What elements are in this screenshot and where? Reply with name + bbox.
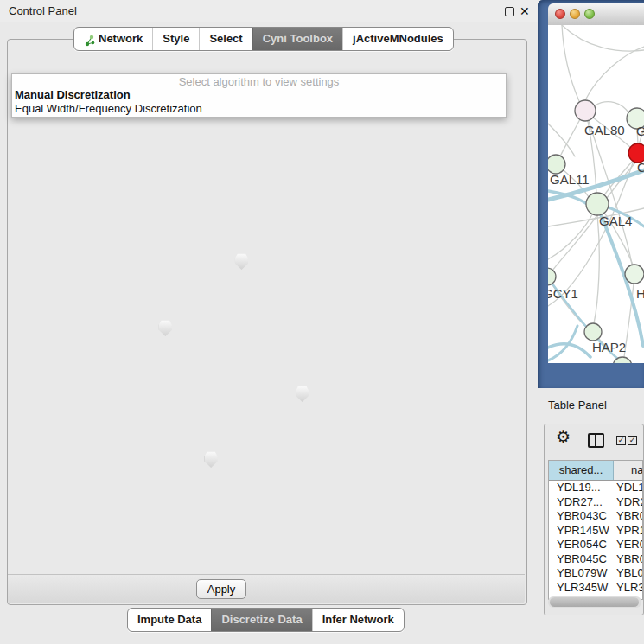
network-node-label: GAL80 xyxy=(584,123,625,137)
network-canvas[interactable]: GAL80GACGAL11GAL4GCY1HHAP2 xyxy=(548,25,644,363)
table-row[interactable]: YER054CYER0 xyxy=(549,538,642,552)
network-node-label: C xyxy=(637,160,644,175)
column-header[interactable]: shared... xyxy=(549,461,614,480)
network-node-label: HAP2 xyxy=(592,340,626,354)
table-hscrollbar-thumb[interactable] xyxy=(550,597,639,607)
network-node-gcy1[interactable] xyxy=(548,268,556,285)
network-edge xyxy=(594,215,599,323)
table-cell: YLR3 xyxy=(613,581,642,596)
table-cell: YLR345W xyxy=(549,581,613,596)
network-node-label: GAL11 xyxy=(550,172,590,187)
network-edge xyxy=(585,47,644,100)
close-icon[interactable]: ✕ xyxy=(520,3,530,20)
gear-icon[interactable]: ⚙ xyxy=(556,427,571,447)
network-icon xyxy=(84,33,95,45)
network-node-label: GCY1 xyxy=(548,286,578,301)
dropdown-option-equal-width-frequency[interactable]: Equal Width/Frequency Discretization xyxy=(12,102,506,116)
zoom-traffic-light-icon[interactable] xyxy=(584,9,595,19)
checkbox-icon[interactable]: ✓ xyxy=(628,436,637,445)
network-edge xyxy=(562,25,644,51)
table-cell: YPR1 xyxy=(613,524,642,539)
apply-button[interactable]: Apply xyxy=(196,579,246,599)
table-panel-body: ⚙ ✓ ✓ shared...naYDL19...YDL1YDR27...YDR… xyxy=(544,424,644,615)
float-panel-icon[interactable] xyxy=(505,7,514,16)
table-row[interactable]: YDL19...YDL1 xyxy=(549,481,642,495)
table-panel-title: Table Panel xyxy=(548,399,607,411)
minimize-traffic-light-icon[interactable] xyxy=(570,9,580,19)
column-header[interactable]: na xyxy=(614,461,642,480)
table-cell: YDL19... xyxy=(549,481,613,495)
node-table: shared...naYDL19...YDL1YDR27...YDR2YBR04… xyxy=(548,460,643,600)
top-tab-bar: NetworkStyleSelectCyni ToolboxjActiveMNo… xyxy=(73,27,454,51)
tab-select[interactable]: Select xyxy=(199,28,252,50)
tab-impute-data[interactable]: Impute Data xyxy=(128,609,211,631)
control-panel-titlebar: Control Panel ✕ xyxy=(0,0,538,22)
table-row[interactable]: YLR345WYLR3 xyxy=(549,581,642,596)
close-traffic-light-icon[interactable] xyxy=(555,9,565,19)
dropdown-hint: Select algorithm to view settings xyxy=(12,74,506,88)
tab-discretize-data[interactable]: Discretize Data xyxy=(211,609,311,631)
network-window-titlebar[interactable] xyxy=(548,3,644,26)
table-cell: YBL0 xyxy=(613,566,642,581)
table-hscrollbar-track[interactable] xyxy=(548,596,641,608)
network-node-label: GAL4 xyxy=(599,214,632,228)
network-node-h[interactable] xyxy=(625,265,644,284)
table-row[interactable]: YPR145WYPR1 xyxy=(549,524,642,539)
table-cell: YBR045C xyxy=(549,552,613,567)
table-cell: YBL079W xyxy=(549,566,613,581)
network-node-gal80[interactable] xyxy=(575,100,596,121)
table-cell: YBR043C xyxy=(549,509,613,524)
table-row[interactable]: YBR043CYBR0 xyxy=(549,509,642,524)
tab-infer-network[interactable]: Infer Network xyxy=(312,609,404,631)
network-edge xyxy=(548,344,590,357)
table-cell: YDR27... xyxy=(549,495,613,510)
network-edge xyxy=(548,214,592,259)
table-header-row: shared...na xyxy=(549,461,642,481)
table-cell: YBR0 xyxy=(613,552,642,567)
table-cell: YPR145W xyxy=(549,524,613,539)
table-row[interactable]: YDR27...YDR2 xyxy=(549,495,642,510)
table-cell: YER054C xyxy=(549,538,613,552)
network-edge xyxy=(560,119,580,156)
tab-network[interactable]: Network xyxy=(74,28,152,50)
columns-icon[interactable] xyxy=(588,433,604,448)
network-node-label: H xyxy=(636,286,644,301)
network-node-label: GA xyxy=(636,124,644,138)
bottom-tab-bar: Impute DataDiscretize DataInfer Network xyxy=(127,608,405,632)
network-node-hap2[interactable] xyxy=(584,323,602,341)
algorithm-dropdown: Select algorithm to view settings Manual… xyxy=(11,73,507,118)
table-cell: YBR0 xyxy=(613,509,642,524)
table-panel-header: Table Panel xyxy=(538,391,644,420)
network-edge xyxy=(595,102,629,113)
tab-jactivemnodules[interactable]: jActiveMNodules xyxy=(342,28,453,50)
table-cell: YER0 xyxy=(613,538,642,552)
dropdown-option-manual-discretization[interactable]: Manual Discretization xyxy=(12,88,506,102)
network-edge xyxy=(552,215,597,271)
checkbox-icon[interactable]: ✓ xyxy=(616,436,626,445)
tab-style[interactable]: Style xyxy=(152,28,199,50)
network-node-gal11[interactable] xyxy=(548,155,565,174)
network-node-gal4[interactable] xyxy=(586,193,609,215)
table-row[interactable]: YBR045CYBR0 xyxy=(549,552,642,567)
network-edge xyxy=(548,124,575,156)
apply-bar: Apply xyxy=(8,574,525,603)
panel-title: Control Panel xyxy=(9,0,77,22)
control-panel-body xyxy=(7,39,527,605)
table-cell: YDR2 xyxy=(613,495,642,510)
table-row[interactable]: YBL079WYBL0 xyxy=(549,566,642,581)
table-cell: YDL1 xyxy=(613,481,642,495)
tab-cyni-toolbox[interactable]: Cyni Toolbox xyxy=(252,28,342,50)
application-root: Control Panel ✕ NetworkStyleSelectCyni T… xyxy=(0,0,644,644)
